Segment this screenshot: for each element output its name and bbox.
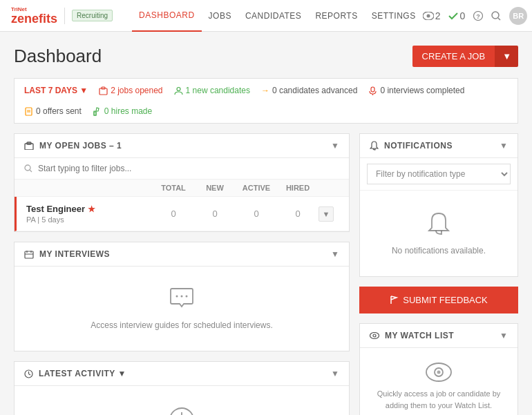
check-count: 0 xyxy=(459,10,465,21)
job-meta: PA | 5 days xyxy=(26,215,153,224)
chat-bubble-icon xyxy=(167,287,196,313)
stats-bar: LAST 7 DAYS ▼ 2 jobs opened 1 new candid… xyxy=(14,78,518,124)
col-active: ACTIVE xyxy=(236,184,277,192)
nav-reports[interactable]: REPORTS xyxy=(308,0,364,32)
jobs-table-header: TOTAL NEW ACTIVE HIRED xyxy=(15,180,349,197)
latest-activity-header: LATEST ACTIVITY ▼ ▼ xyxy=(15,362,349,386)
svg-line-18 xyxy=(30,170,32,172)
job-info: Test Engineer ★ PA | 5 days xyxy=(26,204,153,224)
calendar-icon xyxy=(24,250,34,259)
job-star-icon: ★ xyxy=(88,204,95,214)
eye-watch-icon xyxy=(370,332,379,339)
clock-outline-icon xyxy=(24,369,33,378)
svg-text:?: ? xyxy=(477,13,481,20)
svg-rect-14 xyxy=(94,112,96,115)
interviews-toggle[interactable]: ▼ xyxy=(331,249,339,259)
jobs-search-input[interactable] xyxy=(38,164,339,173)
job-active: 0 xyxy=(236,209,277,219)
zenefits-logo: zenefits xyxy=(11,12,57,25)
user-avatar[interactable]: BR xyxy=(509,7,527,25)
svg-rect-9 xyxy=(371,87,374,92)
bell-icon xyxy=(370,141,379,151)
svg-rect-19 xyxy=(25,251,33,258)
stats-filter[interactable]: LAST 7 DAYS ▼ xyxy=(24,86,88,95)
main-grid: MY OPEN JOBS – 1 ▼ TOTAL NEW ACTIVE HIRE… xyxy=(14,133,518,415)
interviews-empty-text: Access interview guides for scheduled in… xyxy=(91,320,272,330)
clock-icon xyxy=(169,407,195,415)
open-jobs-title: MY OPEN JOBS – 1 xyxy=(39,141,325,151)
watch-list-header: MY WATCH LIST ▼ xyxy=(360,324,517,348)
job-new: 0 xyxy=(194,209,236,219)
search-icon[interactable] xyxy=(491,11,501,21)
svg-point-23 xyxy=(176,296,178,298)
create-job-dropdown-button[interactable]: ▼ xyxy=(495,46,518,67)
col-actions xyxy=(319,184,339,192)
svg-point-36 xyxy=(437,371,441,374)
svg-point-25 xyxy=(186,296,188,298)
create-job-button[interactable]: CREATE A JOB xyxy=(412,46,495,67)
col-hired: HIRED xyxy=(277,184,319,192)
latest-activity-title: LATEST ACTIVITY ▼ xyxy=(39,369,325,378)
open-jobs-panel: MY OPEN JOBS – 1 ▼ TOTAL NEW ACTIVE HIRE… xyxy=(14,133,350,232)
doc-icon xyxy=(24,107,33,116)
jobs-icon xyxy=(99,86,108,95)
interviews-empty-state: Access interview guides for scheduled in… xyxy=(15,267,349,351)
stat-jobs-opened: 2 jobs opened xyxy=(99,86,162,95)
notifications-filter-select[interactable]: Filter by notification type xyxy=(367,164,511,184)
logo-area: TriNet zenefits Recruiting xyxy=(11,7,113,25)
stat-new-candidates: 1 new candidates xyxy=(174,86,250,95)
watch-list-panel: MY WATCH LIST ▼ Quickly access a job or … xyxy=(359,323,518,415)
notifications-toggle[interactable]: ▼ xyxy=(500,141,508,151)
page-content: Dashboard CREATE A JOB ▼ LAST 7 DAYS ▼ 2… xyxy=(0,32,532,415)
svg-line-5 xyxy=(498,18,500,20)
nav-settings[interactable]: SETTINGS xyxy=(365,0,423,32)
notifications-title: NOTIFICATIONS xyxy=(384,141,494,151)
stat-interviews-completed: 0 interviews completed xyxy=(368,86,464,95)
header-right: 2 0 ? BR ▼ xyxy=(423,7,532,25)
jobs-search-bar xyxy=(15,158,349,180)
flag-icon xyxy=(390,296,399,305)
watch-list-title: MY WATCH LIST xyxy=(385,331,494,340)
header: TriNet zenefits Recruiting DASHBOARD JOB… xyxy=(0,0,532,32)
eye-count: 2 xyxy=(435,10,441,21)
latest-activity-panel: LATEST ACTIVITY ▼ ▼ Keep a pulse on your… xyxy=(14,361,350,415)
job-more-button[interactable]: ▼ xyxy=(319,206,334,222)
svg-point-32 xyxy=(370,333,379,339)
stat-candidates-advanced: → 0 candidates advanced xyxy=(261,86,357,95)
submit-feedback-button[interactable]: SUBMIT FEEDBACK xyxy=(359,287,518,313)
person-icon xyxy=(174,86,183,95)
mic-icon xyxy=(368,86,377,95)
job-name[interactable]: Test Engineer ★ xyxy=(26,204,153,214)
svg-point-1 xyxy=(426,14,430,17)
open-jobs-toggle[interactable]: ▼ xyxy=(331,141,339,151)
page-title: Dashboard xyxy=(14,46,102,67)
nav-dashboard[interactable]: DASHBOARD xyxy=(132,0,202,32)
eye-icon-group[interactable]: 2 xyxy=(423,10,441,21)
check-icon-group[interactable]: 0 xyxy=(448,10,465,21)
job-hired: 0 xyxy=(277,209,319,219)
watch-list-empty-state: Quickly access a job or candidate by add… xyxy=(360,348,517,415)
job-total: 0 xyxy=(153,209,194,219)
watch-list-toggle[interactable]: ▼ xyxy=(500,331,508,340)
question-icon: ? xyxy=(473,11,483,21)
help-icon[interactable]: ? xyxy=(473,11,483,21)
stat-offers-sent: 0 offers sent xyxy=(24,106,82,116)
stat-hires-made: 0 hires made xyxy=(93,106,152,116)
notifications-filter-area: Filter by notification type xyxy=(360,158,517,191)
main-nav: DASHBOARD JOBS CANDIDATES REPORTS SETTIN… xyxy=(132,0,423,32)
notifications-panel: NOTIFICATIONS ▼ Filter by notification t… xyxy=(359,133,518,277)
eye-icon xyxy=(423,12,434,20)
check-icon xyxy=(448,12,458,20)
svg-point-17 xyxy=(25,165,30,171)
nav-candidates[interactable]: CANDIDATES xyxy=(238,0,308,32)
svg-point-4 xyxy=(492,12,499,19)
nav-jobs[interactable]: JOBS xyxy=(202,0,238,32)
bell-large-icon xyxy=(426,211,451,239)
notifications-header: NOTIFICATIONS ▼ xyxy=(360,134,517,158)
col-total: TOTAL xyxy=(153,184,194,192)
watch-list-empty-text: Quickly access a job or candidate by add… xyxy=(370,388,508,411)
interviews-panel: MY INTERVIEWS ▼ Access interview guides … xyxy=(14,242,350,351)
logo-separator xyxy=(64,8,65,24)
latest-activity-toggle[interactable]: ▼ xyxy=(331,369,339,378)
svg-point-8 xyxy=(177,87,180,90)
